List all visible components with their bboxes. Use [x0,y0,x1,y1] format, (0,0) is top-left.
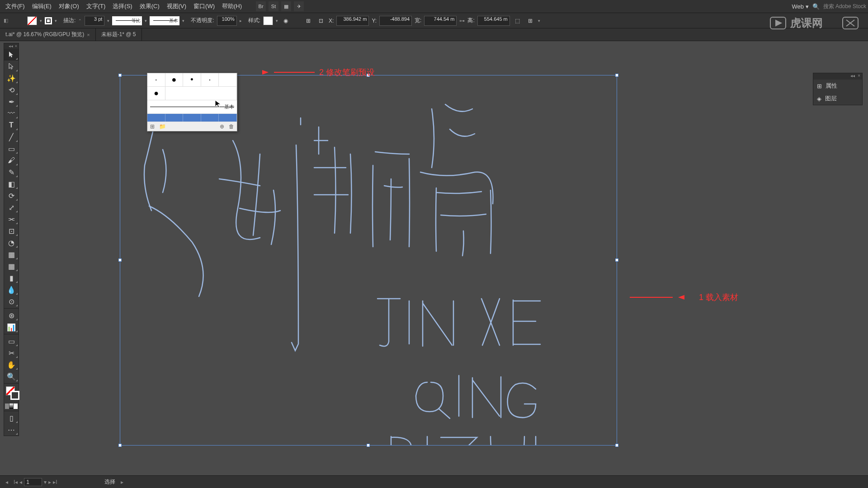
perspective-tool[interactable]: ▦ [4,249,19,260]
tab-2[interactable]: 未标题-1* @ 5 [96,28,142,41]
stock-search[interactable]: 搜索 Adobe Stock [823,3,866,10]
hand-tool[interactable]: ✋ [4,359,19,371]
curvature-tool[interactable]: 〰 [4,108,19,119]
color-mode[interactable] [5,404,9,409]
selection-tool[interactable] [4,49,19,61]
menu-view[interactable]: 视图(V) [163,0,190,12]
menu-object[interactable]: 对象(O) [55,0,83,12]
artboard-tool[interactable]: ▭ [4,335,19,347]
magic-wand-tool[interactable]: ✨ [4,72,19,84]
menu-help[interactable]: 帮助(H) [218,0,245,12]
brush-basic[interactable]: 基本 [147,100,237,114]
artboard-nav[interactable]: I◂◂ 1 ▾▸▸I [14,478,57,486]
color-selector[interactable] [4,385,19,403]
eraser-tool[interactable]: ◧ [4,178,19,190]
brush-preset-2[interactable]: ● [165,73,184,86]
svg-marker-1 [776,20,781,26]
menu-select[interactable]: 选择(S) [109,0,136,12]
workspace-switcher[interactable]: Web ▾ [788,1,812,12]
menu-type[interactable]: 文字(T) [83,0,109,12]
stock-icon[interactable]: St [269,1,278,11]
folder-icon[interactable]: 📁 [159,123,166,130]
transform-icon[interactable]: ⊡ [316,16,326,26]
symbol-sprayer-tool[interactable]: ⊛ [4,310,19,321]
none-mode[interactable] [14,404,18,409]
w-value[interactable]: 744.54 m [424,16,457,26]
gpu-icon[interactable]: ✈ [294,1,304,11]
style-swatch[interactable] [263,16,273,25]
tab-1[interactable]: t.ai* @ 16.67% (RGB/GPU 预览)× [0,28,96,41]
lasso-tool[interactable]: ⟲ [4,84,19,96]
bridge-icon[interactable]: Br [256,1,266,11]
gradient-mode[interactable] [9,404,14,409]
handle-ml[interactable] [118,258,122,262]
annotation-2: 2 修改笔刷预设 [262,67,375,78]
type-tool[interactable]: T [4,119,19,131]
menu-file[interactable]: 文件(F) [2,0,28,12]
brush-preset-4[interactable]: · [201,73,219,86]
shape-opt1-icon[interactable]: ⬚ [513,16,523,26]
close-icon[interactable]: × [87,32,90,38]
line-tool[interactable]: ╱ [4,131,19,143]
opacity-value[interactable]: 100% [217,16,237,26]
h-value[interactable]: 554.645 m [477,16,510,26]
handle-mr[interactable] [615,258,618,262]
direct-selection-tool[interactable] [4,61,19,72]
y-value[interactable]: -488.894 [379,16,412,26]
artboard-number[interactable]: 1 [24,478,42,486]
layers-panel-tab[interactable]: ◈图层 [813,92,862,105]
edit-toolbar[interactable]: ⋯ [4,424,19,436]
watermark: 虎课网 [769,14,863,33]
recolor-icon[interactable]: ◉ [281,16,291,26]
shaper-tool[interactable]: ✎ [4,166,19,178]
screen-mode[interactable]: ▯ [4,412,19,424]
shape-builder-tool[interactable]: ◔ [4,237,19,249]
scale-tool[interactable]: ⤢ [4,202,19,213]
fill-swatch[interactable] [27,16,37,25]
brush-preset-panel[interactable]: · ● • · ● 基本 ⊞ 📁 ⊕ 🗑 [147,73,237,131]
free-transform-tool[interactable]: ⊡ [4,225,19,237]
eyedropper-tool[interactable]: 💧 [4,284,19,296]
x-label: X: [329,18,334,24]
handle-br[interactable] [615,444,618,447]
rectangle-tool[interactable]: ▭ [4,143,19,155]
handle-bm[interactable] [367,444,370,447]
menu-effect[interactable]: 效果(C) [136,0,163,12]
stroke-swatch[interactable] [45,17,52,24]
brush-def-preview[interactable]: 基本 [150,16,179,25]
brush-preset-6[interactable]: ● [147,87,165,100]
options-bar: ◧ ▾ ▾ 描边: ⌃ 3 pt ▾ 等比▾ 基本▾ 不透明度: 100% ▸ … [0,13,868,28]
graph-tool[interactable]: 📊 [4,321,19,333]
zoom-tool[interactable]: 🔍 [4,371,19,382]
handle-bl[interactable] [118,444,122,447]
delete-brush-icon[interactable]: 🗑 [229,123,234,130]
shape-opt2-icon[interactable]: ⊞ [525,16,535,26]
library-icon[interactable]: ⊞ [150,123,155,130]
new-brush-icon[interactable]: ⊕ [220,123,224,130]
brush-preset-3[interactable]: • [183,73,201,86]
pen-tool[interactable]: ✒ [4,96,19,108]
brush-selected-row[interactable] [147,114,237,122]
menu-window[interactable]: 窗口(W) [190,0,218,12]
mesh-tool[interactable]: ▦ [4,260,19,272]
handle-tl[interactable] [118,74,122,77]
profile-preview[interactable]: 等比 [112,16,142,25]
arrange-icon[interactable]: ▦ [281,1,291,11]
x-value[interactable]: 386.942 m [336,16,369,26]
paintbrush-tool[interactable]: 🖌 [4,155,19,166]
menu-edit[interactable]: 编辑(E) [28,0,55,12]
search-icon[interactable]: 🔍 [812,3,820,10]
brush-preset-1[interactable]: · [147,73,165,86]
align-icon[interactable]: ⊞ [303,16,313,26]
properties-panel-tab[interactable]: ⊞属性 [813,80,862,92]
handle-tr[interactable] [615,74,618,77]
width-tool[interactable]: ⫘ [4,213,19,225]
stroke-color[interactable] [10,391,19,400]
gradient-tool[interactable]: ▮ [4,272,19,284]
stroke-weight[interactable]: 3 pt [85,16,104,26]
slice-tool[interactable]: ✂ [4,347,19,359]
rotate-tool[interactable]: ⟳ [4,190,19,202]
blend-tool[interactable]: ⊙ [4,296,19,307]
brush-preset-5[interactable] [219,73,237,86]
annotation-1: 1 载入素材 [633,292,738,303]
